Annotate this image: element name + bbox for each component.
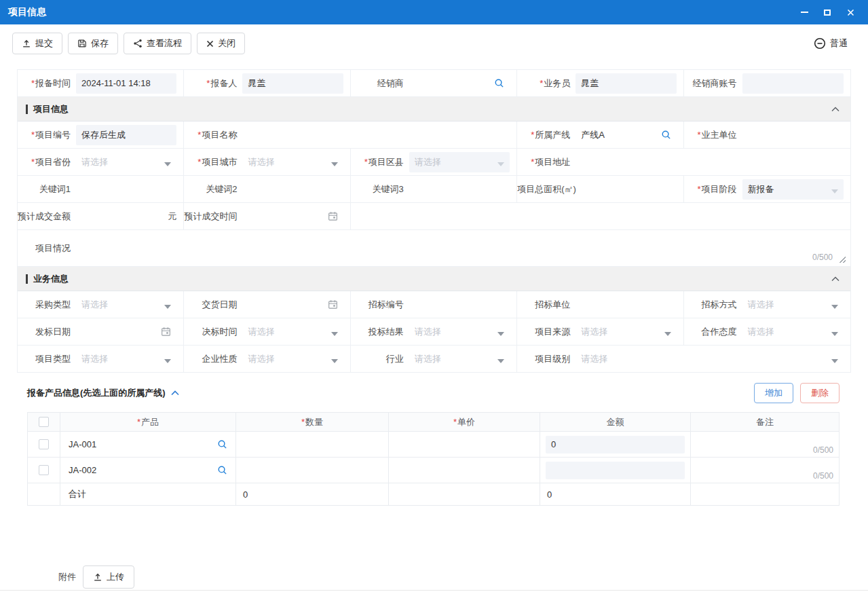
field-project-stage: *项目阶段 新报备 bbox=[684, 176, 850, 202]
field-project-level: 项目级别 请选择 bbox=[517, 346, 850, 372]
situation-textarea[interactable]: 0/500 bbox=[76, 230, 850, 266]
award-time-select[interactable]: 请选择 bbox=[242, 322, 343, 342]
save-button[interactable]: 保存 bbox=[68, 33, 118, 54]
field-award-time: 决标时间 请选择 bbox=[184, 318, 350, 345]
row-checkbox[interactable] bbox=[39, 439, 49, 449]
search-icon[interactable] bbox=[661, 130, 671, 140]
submit-button[interactable]: 提交 bbox=[12, 33, 62, 54]
industry-label: 行业 bbox=[351, 353, 409, 365]
upload-label: 上传 bbox=[107, 571, 124, 583]
chevron-down-icon bbox=[831, 305, 838, 309]
city-select[interactable]: 请选择 bbox=[242, 152, 343, 172]
enterprise-nature-select[interactable]: 请选择 bbox=[242, 349, 343, 369]
price-cell[interactable] bbox=[389, 432, 540, 458]
collapse-project-button[interactable] bbox=[831, 107, 839, 112]
bid-unit-input[interactable] bbox=[575, 295, 676, 315]
project-code-input[interactable]: 保存后生成 bbox=[76, 125, 176, 145]
product-line-label: *所属产线 bbox=[517, 129, 575, 141]
row-checkbox[interactable] bbox=[39, 465, 49, 475]
bid-method-select[interactable]: 请选择 bbox=[742, 295, 844, 315]
qty-cell[interactable] bbox=[236, 458, 389, 483]
required-mark: * bbox=[197, 130, 201, 140]
project-level-select[interactable]: 请选择 bbox=[575, 349, 844, 369]
view-process-button[interactable]: 查看流程 bbox=[124, 33, 191, 54]
price-cell[interactable] bbox=[389, 458, 540, 483]
project-type-select[interactable]: 请选择 bbox=[76, 349, 176, 369]
product-line-input[interactable]: 产线A bbox=[575, 125, 676, 145]
close-form-label: 关闭 bbox=[218, 37, 235, 50]
minimize-button[interactable] bbox=[799, 7, 810, 18]
amount-input[interactable] bbox=[546, 462, 685, 479]
chevron-down-icon bbox=[164, 162, 171, 166]
note-cell[interactable]: 0/500 bbox=[691, 432, 839, 458]
required-mark: * bbox=[698, 184, 701, 194]
report-time-input[interactable]: 2024-11-01 14:18 bbox=[76, 73, 176, 94]
dealer-input[interactable] bbox=[409, 73, 510, 94]
total-label: 合计 bbox=[60, 483, 236, 505]
field-city: *项目城市 请选择 bbox=[184, 149, 350, 175]
collapse-business-button[interactable] bbox=[831, 276, 839, 282]
collapse-products-button[interactable] bbox=[171, 390, 179, 396]
chevron-up-icon bbox=[831, 107, 839, 112]
project-name-input[interactable] bbox=[242, 125, 510, 145]
cooperation-select[interactable]: 请选择 bbox=[742, 322, 844, 342]
select-all-checkbox[interactable] bbox=[39, 417, 49, 427]
add-product-button[interactable]: 增加 bbox=[754, 383, 793, 403]
reporter-input[interactable]: 晁盖 bbox=[242, 73, 343, 94]
situation-label: 项目情况 bbox=[18, 242, 76, 255]
salesman-input[interactable]: 晁盖 bbox=[575, 73, 676, 94]
owner-unit-input[interactable] bbox=[742, 125, 844, 145]
district-select[interactable]: 请选择 bbox=[409, 152, 510, 172]
resize-grip[interactable] bbox=[837, 255, 846, 263]
address-label: *项目地址 bbox=[517, 156, 575, 168]
expected-time-input[interactable] bbox=[242, 206, 343, 227]
amount-input[interactable]: 0 bbox=[546, 436, 685, 453]
dealer-account-input[interactable] bbox=[742, 73, 844, 94]
field-expected-time: 预计成交时间 bbox=[184, 203, 350, 229]
industry-select[interactable]: 请选择 bbox=[409, 349, 510, 369]
calendar-icon[interactable] bbox=[328, 211, 338, 221]
calendar-icon[interactable] bbox=[328, 299, 338, 310]
minus-circle-icon bbox=[814, 37, 826, 50]
maximize-button[interactable] bbox=[822, 7, 833, 18]
purchase-type-select[interactable]: 请选择 bbox=[76, 295, 176, 315]
project-stage-select[interactable]: 新报备 bbox=[742, 179, 844, 200]
province-select[interactable]: 请选择 bbox=[76, 152, 176, 172]
calendar-icon[interactable] bbox=[161, 327, 171, 337]
keyword3-input[interactable] bbox=[409, 179, 510, 200]
total-area-input[interactable] bbox=[582, 179, 677, 200]
expected-amount-input[interactable] bbox=[76, 206, 164, 227]
product-cell[interactable]: JA-002 bbox=[60, 458, 236, 483]
note-cell[interactable]: 0/500 bbox=[691, 458, 839, 483]
project-source-select[interactable]: 请选择 bbox=[575, 322, 676, 342]
upload-button[interactable]: 上传 bbox=[83, 565, 134, 589]
close-form-button[interactable]: 关闭 bbox=[197, 33, 245, 54]
search-icon[interactable] bbox=[494, 78, 504, 88]
bid-no-input[interactable] bbox=[409, 295, 510, 315]
search-icon[interactable] bbox=[217, 439, 227, 449]
keyword2-input[interactable] bbox=[242, 179, 343, 200]
bid-result-select[interactable]: 请选择 bbox=[409, 322, 510, 342]
search-icon[interactable] bbox=[217, 465, 227, 475]
chevron-down-icon bbox=[664, 332, 671, 336]
keyword1-input[interactable] bbox=[76, 179, 176, 200]
address-input[interactable] bbox=[575, 152, 844, 172]
delete-product-button[interactable]: 删除 bbox=[800, 383, 839, 403]
field-bid-no: 招标编号 bbox=[351, 291, 517, 318]
project-level-label: 项目级别 bbox=[517, 353, 575, 365]
section-bar bbox=[26, 105, 28, 114]
row-select-cell bbox=[28, 458, 60, 483]
project-code-label: *项目编号 bbox=[18, 129, 76, 141]
required-mark: * bbox=[453, 417, 457, 427]
priority-selector[interactable]: 普通 bbox=[814, 37, 848, 50]
qty-cell[interactable] bbox=[236, 432, 389, 458]
products-table: *产品 *数量 *单价 金额 备注 JA-001 0 0/500 JA-002 bbox=[27, 412, 839, 506]
field-project-source: 项目来源 请选择 bbox=[517, 318, 683, 345]
chevron-up-icon bbox=[171, 390, 179, 396]
close-window-button[interactable] bbox=[845, 7, 856, 18]
product-cell[interactable]: JA-001 bbox=[60, 432, 236, 458]
delivery-date-input[interactable] bbox=[242, 295, 343, 315]
select-placeholder: 请选择 bbox=[248, 326, 274, 338]
issue-date-input[interactable] bbox=[76, 322, 176, 342]
empty-cell bbox=[351, 203, 850, 229]
